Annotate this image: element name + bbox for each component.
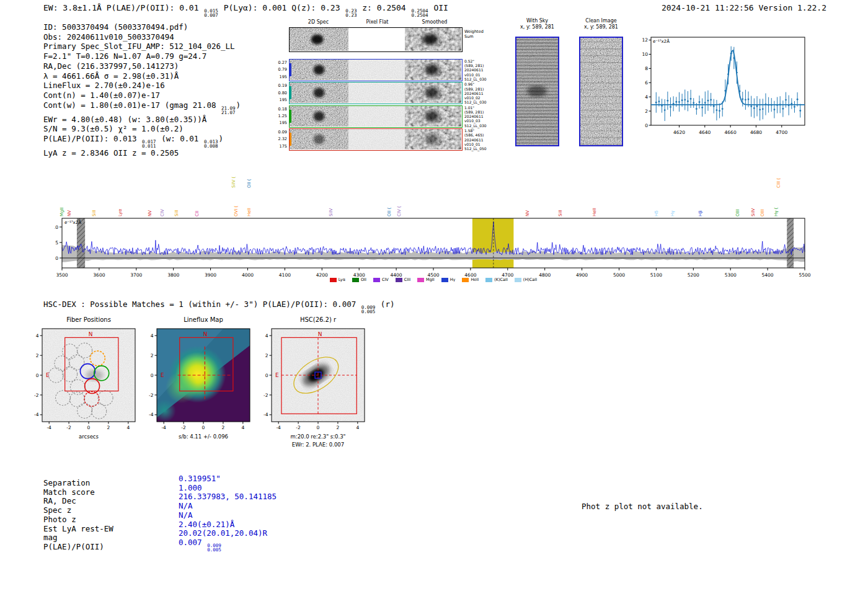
svg-text:0: 0 bbox=[265, 373, 268, 378]
legend-swatch bbox=[462, 278, 469, 282]
row-left-stats: 0.190.80195 bbox=[270, 82, 287, 104]
svg-text:2: 2 bbox=[151, 353, 154, 358]
legend-item: (K)CaII bbox=[485, 277, 508, 282]
svg-text:-4: -4 bbox=[46, 425, 51, 430]
legend-label: (K)CaII bbox=[494, 277, 508, 282]
svg-text:2: 2 bbox=[645, 109, 648, 114]
svg-text:2: 2 bbox=[36, 353, 39, 358]
emission-line-label: SiII bbox=[92, 210, 97, 216]
svg-text:-2: -2 bbox=[66, 425, 71, 430]
col-header-2dspec: 2D Spec bbox=[289, 19, 348, 25]
svg-text:-4: -4 bbox=[161, 425, 166, 430]
svg-text:0: 0 bbox=[87, 425, 91, 430]
withsky-header: With Sky x, y: 589, 281 bbox=[511, 18, 564, 30]
row-left-stats: 0.092.32175 bbox=[270, 129, 287, 150]
withsky-image bbox=[515, 37, 559, 146]
emission-line-label: OIII bbox=[760, 209, 765, 216]
row-right-annotation: 0.52"(589, 281)20240611v010_01512_LL_030 bbox=[464, 59, 487, 81]
compass-east: E bbox=[46, 372, 50, 378]
compass-east: E bbox=[161, 372, 164, 378]
svg-text:-2: -2 bbox=[34, 393, 39, 398]
stacked-fraction: 0.0090.005 bbox=[361, 305, 376, 314]
svg-text:-2: -2 bbox=[264, 393, 268, 398]
emission-line-label: SiIV ( bbox=[231, 177, 236, 188]
row-left-stats: 0.270.79195 bbox=[270, 60, 287, 81]
legend-swatch bbox=[352, 278, 359, 282]
svg-text:-4: -4 bbox=[264, 412, 268, 417]
svg-text:-2: -2 bbox=[149, 393, 154, 398]
emission-line-label: SiII bbox=[174, 210, 179, 216]
match-table-values: 0.319951"1.000216.337983, 50.141185N/AN/… bbox=[179, 474, 277, 552]
header-timestamp-version: 2024-10-21 11:22:56 Version 1.22.2 bbox=[662, 3, 826, 12]
match-field-label: Spec z bbox=[43, 506, 113, 515]
info-line: Cont(n) = 1.40(±0.07)e-17 bbox=[43, 91, 241, 100]
match-field-label: Separation bbox=[43, 479, 113, 488]
info-line: F=2.1" T=0.126 N=1.07 A=0.79 g=24.7 bbox=[43, 51, 241, 61]
svg-text:6: 6 bbox=[645, 80, 648, 86]
elixer-detection-report: { "header": { "summary": [ {"t":"EW: 3.8… bbox=[0, 0, 868, 591]
match-field-label: Est LyA rest-EW bbox=[43, 525, 113, 534]
info-line: Cont(w) = 1.80(±0.01)e-17 (gmag 21.08 21… bbox=[43, 100, 241, 115]
col-header-pixelflat: Pixel Flat bbox=[348, 19, 407, 25]
legend-label: OII bbox=[361, 277, 366, 282]
emission-line-label: CIV ( bbox=[397, 206, 402, 216]
hsc-caption-1: m:20.0 re:2.3" s:0.3" bbox=[272, 433, 365, 440]
emission-line-label: OIII bbox=[735, 209, 740, 216]
match-field-label: P(LAE)/P(OII) bbox=[43, 543, 113, 552]
svg-text:4: 4 bbox=[645, 94, 648, 100]
match-field-value: N/A bbox=[179, 511, 277, 520]
emission-line-label: Hδ bbox=[654, 210, 659, 216]
emission-line-label: OII ( bbox=[387, 207, 392, 216]
clean-header: Clean Image x, y: 589, 281 bbox=[575, 18, 627, 30]
info-line: S/N = 9.3(±0.5) χ² = 1.0(±0.2) bbox=[43, 124, 241, 134]
legend-swatch bbox=[396, 278, 402, 282]
stacked-fraction: 0.25040.2504 bbox=[412, 9, 428, 17]
col-header-smoothed: Smoothed bbox=[407, 19, 463, 25]
match-field-value: 1.000 bbox=[179, 484, 277, 493]
svg-text:2: 2 bbox=[337, 425, 340, 430]
info-line: Obs: 20240611v010_5003370494 bbox=[43, 32, 241, 42]
svg-text:2: 2 bbox=[265, 353, 268, 358]
legend-item: Lyα bbox=[330, 277, 345, 282]
svg-text:8: 8 bbox=[645, 66, 648, 71]
emission-line-label: NV bbox=[525, 210, 530, 216]
match-field-value: 0.319951" bbox=[179, 474, 277, 484]
legend-swatch bbox=[373, 278, 380, 282]
svg-text:0: 0 bbox=[202, 425, 205, 430]
emission-line-label: OVI ( bbox=[234, 206, 239, 216]
emission-line-label: CIII ( bbox=[776, 178, 781, 188]
match-field-value: 2.40(±0.21)Å bbox=[179, 520, 277, 530]
match-field-label: mag bbox=[43, 533, 113, 543]
info-line: Primary Spec_Slot_IFU_AMP: 512_104_026_L… bbox=[43, 42, 241, 51]
svg-text:2: 2 bbox=[222, 425, 225, 430]
match-field-label: RA, Dec bbox=[43, 497, 113, 506]
row-right-annotation: 1.01"(589, 281)20240611v010_03512_LL_030 bbox=[464, 105, 487, 128]
hsc-cutout-plot: -4-4-2-2002244NE bbox=[264, 326, 375, 432]
legend-label: CIII bbox=[404, 277, 410, 282]
match-field-value: N/A bbox=[179, 502, 277, 511]
weighted-sum-row bbox=[289, 27, 463, 52]
clean-image bbox=[579, 37, 623, 146]
phot-z-note: Phot z plot not available. bbox=[582, 502, 703, 511]
svg-text:4: 4 bbox=[356, 425, 359, 430]
svg-text:4: 4 bbox=[241, 425, 244, 430]
withsky-title: With Sky bbox=[511, 18, 564, 24]
match-field-value: 216.337983, 50.141185 bbox=[179, 492, 277, 502]
emission-line-label: MgII bbox=[60, 207, 64, 216]
legend-item: HeII bbox=[462, 277, 479, 282]
info-line: P(LAE)/P(OII): 0.013 0.0170.011 (w: 0.01… bbox=[43, 134, 241, 148]
stacked-fraction: 0.0130.008 bbox=[204, 140, 218, 148]
emission-line-label: SiIV bbox=[751, 208, 756, 216]
emission-line-label: CIV bbox=[160, 209, 165, 216]
stacked-fraction: 0.0150.007 bbox=[204, 9, 218, 17]
legend-swatch bbox=[330, 278, 337, 282]
match-field-label: Match score bbox=[43, 488, 113, 497]
stacked-fraction: 21.0921.07 bbox=[221, 106, 236, 115]
hsc-dex-summary: HSC-DEX : Possible Matches = 1 (within +… bbox=[43, 300, 394, 314]
row-position-tick bbox=[290, 133, 291, 146]
legend-label: HeII bbox=[471, 277, 479, 282]
svg-text:10: 10 bbox=[642, 51, 648, 57]
info-line: λ = 4661.66Å σ = 2.98(±0.31)Å bbox=[43, 71, 241, 81]
row-position-tick bbox=[290, 86, 291, 99]
compass-north: N bbox=[203, 331, 208, 337]
